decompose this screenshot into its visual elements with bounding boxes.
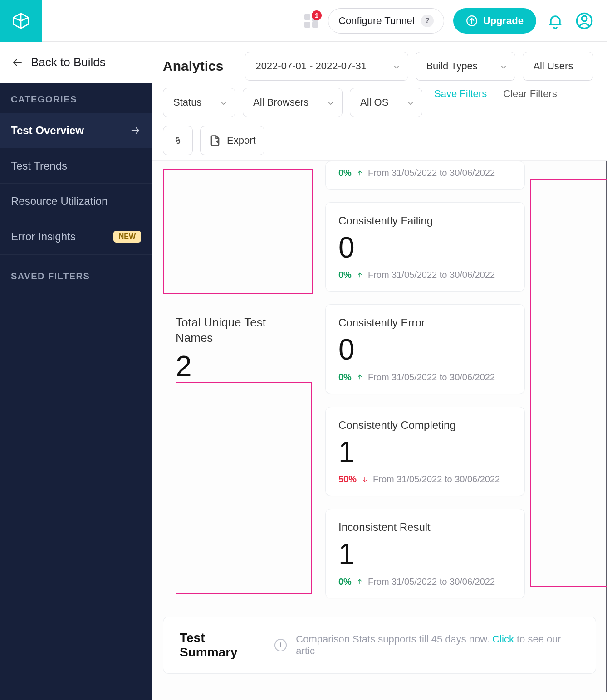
back-label: Back to Builds — [31, 55, 106, 69]
status-select[interactable]: Status — [163, 88, 235, 117]
main-content: Analytics 2022-07-01 - 2022-07-31 Build … — [152, 42, 607, 700]
filter-toolbar: Analytics 2022-07-01 - 2022-07-31 Build … — [152, 42, 607, 161]
card-title: Consistently Completing — [338, 419, 512, 432]
card-value: 1 — [338, 436, 512, 468]
configure-tunnel-label: Configure Tunnel — [338, 15, 415, 27]
sidebar-item-label: Test Overview — [11, 124, 84, 137]
chevron-down-icon — [220, 98, 228, 107]
chevron-down-icon — [406, 98, 415, 107]
apps-grid-icon[interactable]: 1 — [304, 13, 319, 29]
metric-card: Consistently Completing150%From 31/05/20… — [325, 407, 525, 496]
trend-range: From 31/05/2022 to 30/06/2022 — [373, 474, 500, 485]
chevron-down-icon — [392, 62, 401, 70]
date-range-label: 2022-07-01 - 2022-07-31 — [255, 60, 367, 72]
hint-prefix: Comparison Stats supports till 45 days n… — [296, 633, 492, 645]
trend-arrow-icon — [356, 374, 363, 381]
trend-percent: 0% — [338, 168, 352, 178]
sidebar-item-error-insights[interactable]: Error Insights NEW — [0, 219, 152, 254]
arrow-left-icon — [11, 57, 24, 68]
brand-logo[interactable] — [0, 0, 42, 42]
users-label: All Users — [533, 60, 573, 72]
summary-link[interactable]: Click — [492, 633, 514, 645]
trend-arrow-icon — [361, 476, 368, 483]
trend-arrow-icon — [356, 272, 363, 279]
card-value: 0 — [338, 334, 512, 365]
sidebar-item-test-trends[interactable]: Test Trends — [0, 148, 152, 184]
sidebar-item-label: Resource Utilization — [11, 195, 108, 208]
sidebar: Back to Builds CATEGORIES Test Overview … — [0, 42, 152, 700]
export-label: Export — [227, 135, 256, 146]
export-icon — [209, 134, 221, 147]
metric-card: Consistently Failing00%From 31/05/2022 t… — [325, 202, 525, 292]
card-trend: 0%From 31/05/2022 to 30/06/2022 — [338, 372, 512, 383]
card-trend: 0%From 31/05/2022 to 30/06/2022 — [338, 168, 512, 178]
page-title: Analytics — [163, 58, 223, 74]
card-trend: 0%From 31/05/2022 to 30/06/2022 — [338, 270, 512, 280]
card-value: 0 — [338, 232, 512, 263]
configure-tunnel-button[interactable]: Configure Tunnel ? — [328, 8, 444, 34]
test-summary-section: Test Summary i Comparison Stats supports… — [163, 617, 596, 674]
svg-point-2 — [582, 16, 587, 21]
os-label: All OS — [360, 97, 388, 108]
help-icon: ? — [421, 15, 434, 27]
date-range-select[interactable]: 2022-07-01 - 2022-07-31 — [245, 52, 408, 81]
build-types-label: Build Types — [426, 60, 477, 72]
metric-card: Consistently Error00%From 31/05/2022 to … — [325, 304, 525, 394]
metric-card: Inconsistent Result10%From 31/05/2022 to… — [325, 509, 525, 598]
sidebar-item-label: Test Trends — [11, 160, 67, 172]
highlight-box — [163, 169, 313, 294]
chevron-down-icon — [327, 98, 335, 107]
link-icon — [171, 134, 184, 147]
card-title: Consistently Error — [338, 316, 512, 329]
os-select[interactable]: All OS — [350, 88, 422, 117]
arrow-right-icon — [129, 126, 141, 136]
highlight-box — [530, 179, 607, 587]
highlight-box — [176, 382, 312, 594]
trend-percent: 0% — [338, 270, 352, 280]
users-select[interactable]: All Users — [523, 52, 593, 81]
categories-header: CATEGORIES — [0, 83, 152, 113]
notifications-icon[interactable] — [545, 11, 565, 31]
trend-range: From 31/05/2022 to 30/06/2022 — [368, 168, 495, 178]
chevron-down-icon — [499, 62, 508, 70]
saved-filters-header: SAVED FILTERS — [0, 254, 152, 290]
trend-percent: 0% — [338, 577, 352, 587]
export-button[interactable]: Export — [200, 126, 264, 155]
clear-filters-link[interactable]: Clear Filters — [499, 88, 562, 117]
trend-arrow-icon — [356, 578, 363, 585]
save-filters-link[interactable]: Save Filters — [430, 88, 491, 117]
upgrade-button[interactable]: Upgrade — [453, 8, 536, 34]
trend-percent: 50% — [338, 474, 357, 485]
share-link-button[interactable] — [163, 126, 193, 155]
browsers-select[interactable]: All Browsers — [243, 88, 343, 117]
metric-card: 0%From 31/05/2022 to 30/06/2022 — [325, 161, 525, 190]
card-value: 1 — [338, 538, 512, 570]
sidebar-item-resource-utilization[interactable]: Resource Utilization — [0, 184, 152, 219]
card-title: Consistently Failing — [338, 214, 512, 227]
sidebar-item-test-overview[interactable]: Test Overview — [0, 113, 152, 148]
info-icon[interactable]: i — [274, 639, 287, 651]
status-label: Status — [173, 97, 201, 108]
total-unique-test-names-card: Total Unique Test Names 2 — [163, 315, 313, 382]
card-title: Inconsistent Result — [338, 521, 512, 534]
back-to-builds-link[interactable]: Back to Builds — [0, 42, 152, 83]
summary-hint: Comparison Stats supports till 45 days n… — [296, 633, 579, 657]
trend-arrow-icon — [356, 170, 363, 177]
upgrade-icon — [466, 15, 478, 27]
test-summary-title: Test Summary — [180, 631, 265, 660]
trend-range: From 31/05/2022 to 30/06/2022 — [368, 577, 495, 587]
sidebar-item-label: Error Insights — [11, 230, 76, 243]
trend-range: From 31/05/2022 to 30/06/2022 — [368, 372, 495, 383]
card-trend: 50%From 31/05/2022 to 30/06/2022 — [338, 474, 512, 485]
browsers-label: All Browsers — [253, 97, 308, 108]
notification-badge: 1 — [312, 10, 322, 20]
card-title: Total Unique Test Names — [176, 315, 300, 346]
new-badge: NEW — [113, 231, 141, 243]
build-types-select[interactable]: Build Types — [416, 52, 515, 81]
card-trend: 0%From 31/05/2022 to 30/06/2022 — [338, 577, 512, 587]
upgrade-label: Upgrade — [483, 15, 524, 27]
trend-percent: 0% — [338, 372, 352, 383]
card-value: 2 — [176, 350, 300, 382]
trend-range: From 31/05/2022 to 30/06/2022 — [368, 270, 495, 280]
profile-icon[interactable] — [574, 11, 594, 31]
